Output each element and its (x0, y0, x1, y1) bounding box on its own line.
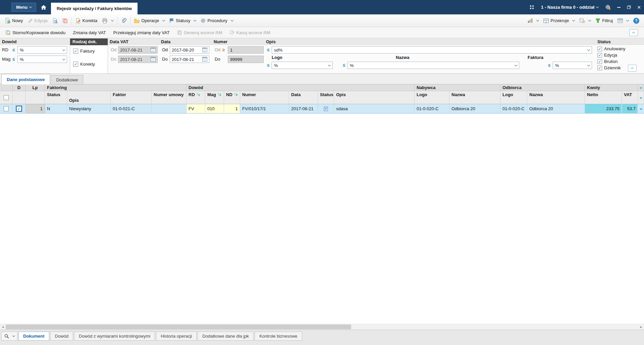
status-anulowany-checkbox[interactable]: Anulowany (597, 46, 626, 51)
bottom-tab-jpk[interactable]: Dodatkowe dane dla jpk (198, 332, 254, 341)
col-opis-faktoring[interactable]: Opis (67, 91, 111, 104)
col-nd[interactable]: ND↑3 (224, 91, 240, 104)
data-od-field[interactable]: 2017-08-20 (170, 46, 209, 54)
bottom-tab-dowod[interactable]: Dowód (50, 332, 73, 341)
bottom-tab-historia[interactable]: Historia operacji (156, 332, 197, 341)
numer-od-field[interactable]: 1 (228, 46, 264, 54)
numer-do-field[interactable]: 99999 (228, 56, 264, 63)
kopiuj-button[interactable] (60, 17, 70, 25)
group-lp[interactable]: Lp (25, 84, 45, 91)
status-brulion-checkbox[interactable]: Brulion (597, 59, 618, 64)
collapse-toolbar-button[interactable] (629, 29, 638, 36)
edycja-button[interactable]: Edycja (25, 17, 50, 24)
col-rd[interactable]: RD↑1 (186, 91, 205, 104)
drukuj-button[interactable] (100, 17, 116, 25)
table-row[interactable]: 1 N Niewysłany 01-0-021-C FV 010 1 FV/01… (0, 104, 644, 114)
maximize-button[interactable] (624, 0, 634, 14)
nazwa-filter-select[interactable]: % (347, 62, 519, 69)
korekta-button[interactable]: Korekta (73, 17, 100, 25)
bottom-tab-dokument[interactable]: Dokument (18, 332, 49, 341)
collapse-filter-button[interactable] (628, 65, 637, 72)
group-faktoring[interactable]: Faktoring (45, 84, 186, 91)
bottom-tab-dowod-wymiary[interactable]: Dowód z wymiarami kontrolingowymi (74, 332, 155, 341)
tab-dane-podstawowe[interactable]: Dane podstawowe (1, 74, 50, 84)
korekty-checkbox[interactable]: Korekty (73, 62, 95, 67)
row-select-checkbox[interactable] (4, 106, 9, 111)
col-netto[interactable]: Netto (585, 91, 622, 104)
tab-dodatkowe[interactable]: Dodatkowe (51, 75, 83, 84)
rd-filter-select[interactable]: % (17, 46, 67, 54)
procedury-button[interactable]: Procedury (198, 17, 235, 24)
logo-filter-select[interactable]: % (272, 62, 333, 69)
zalaczniki-button[interactable] (119, 17, 129, 25)
col-data[interactable]: Data (289, 91, 318, 104)
group-dowod[interactable]: Dowód (186, 84, 415, 91)
scrollbar-thumb[interactable] (6, 325, 351, 329)
col-numer[interactable]: Numer (240, 91, 289, 104)
kasuj-wzorce-button[interactable]: Kasuj wzorce RM (226, 29, 274, 37)
settings-button[interactable] (602, 0, 614, 14)
status-dziennik-checkbox[interactable]: Dziennik (597, 65, 621, 70)
przeksieguj-button[interactable]: Przeksięguj zmianę daty VAT (110, 29, 173, 37)
col-logo-nabywca[interactable]: Logo (415, 91, 449, 104)
data-do-field[interactable]: 2017-08-21 (170, 56, 209, 63)
company-selector[interactable]: 1 - Nasza firma 0 - oddział (541, 5, 598, 10)
col-mag[interactable]: Mag↑2 (205, 91, 224, 104)
statusy-button[interactable]: Statusy (167, 17, 198, 24)
gte-operator-icon[interactable]: ≥ (222, 47, 225, 52)
grid-empty-area[interactable] (0, 114, 644, 324)
ustawienia-tabeli-button[interactable] (577, 17, 593, 24)
bottom-search-button[interactable] (1, 332, 17, 341)
opis-filter-select[interactable]: sd% (272, 46, 592, 54)
apps-grid-button[interactable] (526, 0, 538, 14)
close-button[interactable]: ✕ (634, 0, 644, 14)
scroll-right-arrow[interactable]: ► (638, 324, 644, 330)
col-opis-dowod[interactable]: Opis (334, 91, 415, 104)
zmiana-daty-vat-button[interactable]: Zmiana daty VAT (69, 29, 109, 37)
group-odbiorca[interactable]: Odbiorca (500, 84, 585, 91)
data-vat-od-field[interactable]: 2017-08-21 (118, 46, 158, 54)
menu-button[interactable]: Menu (11, 3, 36, 12)
col-nazwa-nabywca[interactable]: Nazwa (449, 91, 500, 104)
col-d[interactable] (13, 91, 25, 104)
col-numer-umowy[interactable]: Numer umowy (152, 91, 186, 104)
like-operator-icon[interactable]: ≤ (548, 63, 550, 68)
like-operator-icon[interactable]: ≤ (267, 47, 269, 52)
group-d[interactable]: D (13, 84, 25, 91)
generuj-wzorce-button[interactable]: Generuj wzorce RM (174, 29, 226, 37)
col-lp[interactable] (25, 91, 45, 104)
col-vat[interactable]: VAT (622, 91, 638, 104)
col-status-faktoring[interactable]: Status (45, 91, 67, 104)
wykresy-button[interactable] (525, 17, 541, 24)
status-edycja-checkbox[interactable]: Edycja (597, 53, 617, 58)
select-all-checkbox[interactable] (4, 95, 9, 100)
storno-button[interactable]: Storno/Kopiowanie dowodu (2, 29, 69, 37)
przekroje-button[interactable]: Przekroje (541, 17, 577, 24)
grid-collapse-strip[interactable]: « (638, 91, 644, 104)
scrollbar-track[interactable] (6, 324, 638, 330)
widok-tabeli-button[interactable] (615, 17, 631, 24)
home-button[interactable] (36, 0, 51, 14)
like-operator-icon[interactable]: ≤ (343, 63, 345, 68)
group-kwoty[interactable]: Kwoty (585, 84, 638, 91)
col-status-dowod[interactable]: Status (318, 91, 334, 104)
like-operator-icon[interactable]: ≤ (12, 47, 15, 52)
row-d-cell[interactable] (13, 104, 25, 113)
like-operator-icon[interactable]: ≤ (12, 57, 15, 62)
pomoc-button[interactable]: ? (631, 16, 642, 25)
operacje-button[interactable]: Operacje (132, 17, 167, 24)
group-nabywca[interactable]: Nabywca (415, 84, 500, 91)
col-nazwa-odbiorca[interactable]: Nazwa (527, 91, 585, 104)
scroll-left-arrow[interactable]: ◄ (0, 324, 6, 330)
nowy-button[interactable]: Nowy (2, 16, 25, 25)
like-operator-icon[interactable]: ≤ (267, 63, 269, 68)
mag-filter-select[interactable]: % (17, 56, 67, 63)
document-tab[interactable]: Rejestr sprzedaży / Faktury klientów (51, 3, 138, 14)
horizontal-scrollbar[interactable]: ◄ ► (0, 324, 644, 330)
bottom-tab-kontrole[interactable]: Kontrole biznesowe (255, 332, 302, 341)
filtruj-button[interactable]: Filtruj (593, 17, 615, 24)
data-vat-do-field[interactable]: 2017-08-21 (118, 56, 158, 63)
col-faktor[interactable]: Faktor (111, 91, 152, 104)
podglad-button[interactable] (50, 17, 60, 25)
minimize-button[interactable] (614, 0, 624, 14)
